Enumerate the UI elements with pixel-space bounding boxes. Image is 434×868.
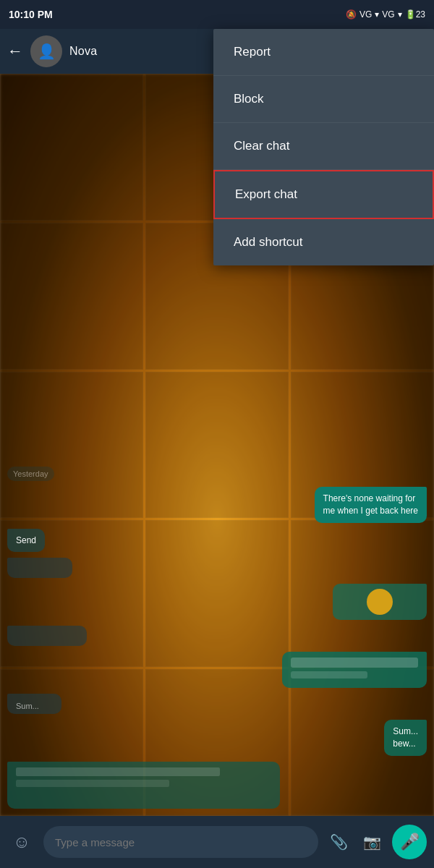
- menu-item-clear-chat[interactable]: Clear chat: [213, 123, 434, 170]
- bubble-sent-2: [333, 584, 427, 620]
- bubble-received-5: [7, 762, 280, 809]
- status-bar: 10:10 PM 🔕 VG ▾ VG ▾ 🔋23: [0, 0, 434, 29]
- bubble-received-2: [7, 558, 72, 578]
- input-bar: ☺ 📎 📷 🎤: [0, 816, 434, 868]
- avatar-icon: 👤: [38, 43, 56, 60]
- menu-item-add-shortcut[interactable]: Add shortcut: [213, 219, 434, 265]
- chat-label: Yesterday: [7, 467, 54, 481]
- menu-item-block[interactable]: Block: [213, 76, 434, 123]
- camera-button[interactable]: 📷: [359, 829, 385, 855]
- bubble-received-1: Send: [7, 529, 45, 553]
- status-icons: 🔕 VG ▾ VG ▾ 🔋23: [346, 9, 425, 20]
- bubble-sent-1: There's none waiting forme when I get ba…: [315, 487, 427, 523]
- emoji-button[interactable]: ☺: [7, 827, 36, 856]
- signal-bars-2: ▾: [398, 9, 402, 20]
- bubble-sent-4: Sum...bew...: [384, 720, 427, 756]
- menu-item-export-chat[interactable]: Export chat: [213, 170, 434, 219]
- avatar: 👤: [30, 35, 62, 67]
- mute-icon: 🔕: [346, 9, 357, 20]
- bubble-received-3: [7, 626, 87, 646]
- bubble-sent-3: [282, 652, 427, 688]
- back-button[interactable]: ←: [7, 42, 23, 61]
- context-menu: ReportBlockClear chatExport chatAdd shor…: [213, 29, 434, 265]
- bubble-received-4: Sum...: [7, 694, 61, 714]
- status-time: 10:10 PM: [9, 9, 53, 20]
- network-icon-1: VG: [359, 9, 372, 20]
- mic-button[interactable]: 🎤: [392, 825, 427, 859]
- message-input[interactable]: [43, 826, 318, 858]
- signal-bars-1: ▾: [375, 9, 379, 20]
- network-icon-2: VG: [382, 9, 394, 20]
- menu-item-report[interactable]: Report: [213, 29, 434, 76]
- attach-button[interactable]: 📎: [326, 829, 352, 855]
- battery-icon: 🔋23: [405, 9, 425, 20]
